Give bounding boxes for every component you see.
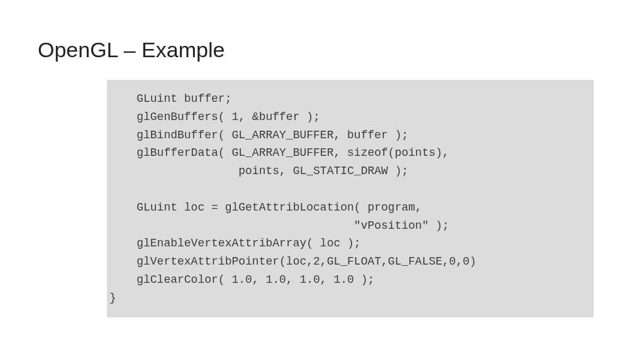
code-example-block: GLuint buffer; glGenBuffers( 1, &buffer …	[107, 80, 594, 317]
slide-title: OpenGL – Example	[38, 38, 606, 62]
